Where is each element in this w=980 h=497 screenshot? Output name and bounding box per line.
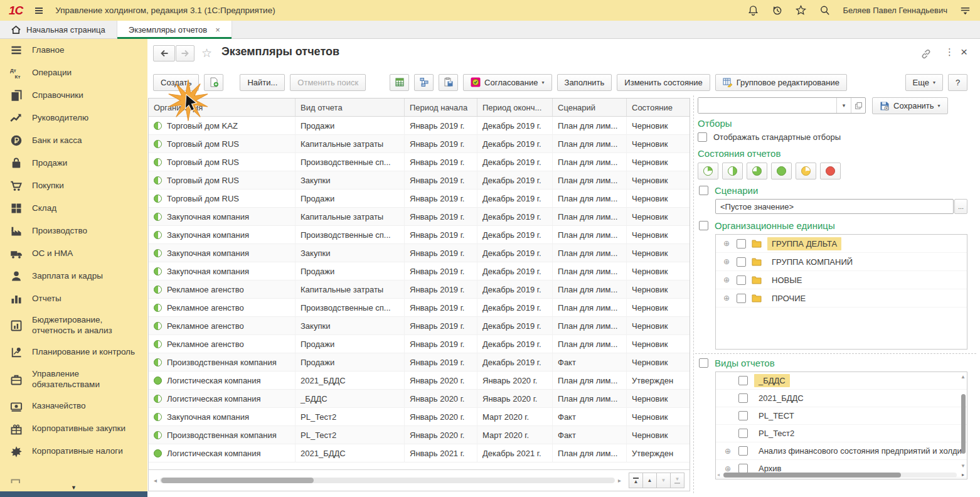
sidebar-item[interactable]: Корпоративные закупки <box>0 418 147 441</box>
table-row[interactable]: Производственная компания PL_Тест2 Январ… <box>149 426 690 444</box>
table-row[interactable]: Закупочная компания Капитальные затраты … <box>149 208 690 226</box>
checkbox[interactable] <box>698 132 707 142</box>
back-button[interactable] <box>153 45 175 61</box>
sidebar-item[interactable]: Корпоративные налоги <box>0 441 147 463</box>
report-kind-row[interactable]: ⊕ _БДДС <box>716 372 967 390</box>
sidebar-item[interactable]: ОС и НМА <box>0 242 147 265</box>
filter-preset-input[interactable] <box>698 98 836 113</box>
checkbox[interactable] <box>738 411 748 420</box>
scroll-left-icon[interactable]: ◂ <box>154 477 157 484</box>
state-filter-button[interactable] <box>820 163 841 179</box>
sidebar-item[interactable]: Покупки <box>0 174 147 197</box>
sidebar-item[interactable]: Продажи <box>0 152 147 174</box>
state-filter-button[interactable] <box>698 163 718 179</box>
close-form-icon[interactable]: × <box>961 45 967 59</box>
scroll-right-icon[interactable]: ▸ <box>962 472 964 478</box>
table-row[interactable]: Рекламное агенство Продажи Январь 2019 г… <box>149 335 690 353</box>
kebab-menu-icon[interactable]: ⋮ <box>945 46 954 58</box>
scenario-value-field[interactable]: <Пустое значение> <box>715 199 954 214</box>
hscroll-thumb[interactable] <box>161 478 314 483</box>
approval-button[interactable]: Согласование▾ <box>463 74 551 91</box>
column-header[interactable]: Сценарий <box>553 99 627 116</box>
sidebar-scroll-more[interactable]: ▼ <box>0 483 147 492</box>
tab-report-instances[interactable]: Экземпляры отчетов × <box>117 21 232 39</box>
checkbox[interactable] <box>738 429 748 438</box>
checkbox[interactable] <box>738 446 748 456</box>
table-row[interactable]: Закупочная компания Производственные сп.… <box>149 226 690 244</box>
main-menu-icon[interactable] <box>33 6 45 16</box>
table-row[interactable]: Рекламное агенство Капитальные затраты Я… <box>149 281 690 299</box>
scenarios-checkbox[interactable] <box>699 186 708 195</box>
copy-to-clipboard-button[interactable] <box>439 74 458 91</box>
sidebar-item[interactable]: Планирование и контроль <box>0 341 147 364</box>
column-header[interactable]: Вид отчета <box>296 99 405 116</box>
sidebar-item[interactable]: Главное <box>0 39 147 61</box>
column-header[interactable]: Организация <box>149 99 296 116</box>
expand-icon[interactable]: ⊕ <box>723 447 732 456</box>
report-kind-row[interactable]: ⊕ PL_ТЕСТ <box>716 407 967 425</box>
checkbox[interactable] <box>738 376 748 385</box>
hscroll-track[interactable] <box>723 473 957 478</box>
save-filters-button[interactable]: Сохранить▾ <box>872 97 948 114</box>
sidebar-item[interactable]: Производство <box>0 220 147 242</box>
table-row[interactable]: Торговый дом RUS Производственные сп... … <box>149 153 690 171</box>
scenario-choose-button[interactable]: ... <box>954 199 967 214</box>
org-units-checkbox[interactable] <box>699 221 708 230</box>
state-filter-button[interactable] <box>796 163 816 179</box>
create-new-doc-button[interactable] <box>204 74 223 91</box>
checkbox[interactable] <box>738 464 748 473</box>
report-kind-row[interactable]: ⊕ 2021_БДДС <box>716 390 967 407</box>
search-icon[interactable] <box>819 4 831 16</box>
table-row[interactable]: Закупочная компания Продажи Январь 2019 … <box>149 262 690 281</box>
sidebar-item[interactable]: Банк и касса <box>0 129 147 152</box>
sidebar-item[interactable]: Руководителю <box>0 107 147 129</box>
get-link-icon[interactable] <box>920 48 932 60</box>
forward-button[interactable] <box>176 45 194 61</box>
go-down-button[interactable]: ▼ <box>656 473 671 488</box>
group-edit-button[interactable]: Групповое редактирование <box>715 74 847 91</box>
report-kinds-checkbox[interactable] <box>699 358 708 368</box>
service-menu-icon[interactable] <box>959 4 971 16</box>
show-standard-filters-checkbox[interactable]: Отображать стандартные отборы <box>698 132 841 142</box>
org-unit-row[interactable]: ⊕ ГРУППА ДЕЛЬТА <box>716 235 967 253</box>
table-row[interactable]: Логистическая компания _БДДС Январь 2020… <box>149 390 690 408</box>
column-header[interactable]: Период оконч... <box>477 99 553 116</box>
sidebar-item[interactable]: Отчеты <box>0 287 147 310</box>
expand-icon[interactable]: ⊕ <box>722 275 731 284</box>
sidebar-item[interactable]: Казначейство <box>0 395 147 418</box>
notifications-icon[interactable] <box>747 4 759 16</box>
vscroll-thumb[interactable] <box>961 394 966 454</box>
structure-button[interactable] <box>414 74 434 91</box>
checkbox[interactable] <box>737 257 746 267</box>
table-row[interactable]: Логистическая компания 2021_БДДС Январь … <box>149 444 690 462</box>
table-row[interactable]: Торговый дом RUS Закупки Январь 2019 г. … <box>149 171 690 190</box>
create-button[interactable]: Создать <box>153 74 199 91</box>
sidebar-item[interactable]: Склад <box>0 197 147 220</box>
report-kind-row[interactable]: ⊕ Анализ финансового состояния предприят… <box>716 442 967 460</box>
more-button[interactable]: Еще▾ <box>905 74 943 91</box>
table-row[interactable]: Рекламное агенство Закупки Январь 2019 г… <box>149 317 690 335</box>
checkbox[interactable] <box>737 275 746 285</box>
sidebar-item-clipped[interactable] <box>0 473 147 483</box>
org-unit-row[interactable]: ⊕ ПРОЧИЕ <box>716 289 967 307</box>
help-button[interactable]: ? <box>948 74 967 91</box>
table-hscrollbar[interactable]: ◂ ▸ ▲ ▲ ▼ ▼ <box>149 469 690 491</box>
chevron-down-icon[interactable]: ▾ <box>836 98 851 113</box>
checkbox[interactable] <box>738 393 748 403</box>
user-name[interactable]: Беляев Павел Геннадьевич <box>843 6 947 15</box>
column-header[interactable]: Период начала <box>405 99 477 116</box>
hscroll-track[interactable] <box>160 478 615 483</box>
table-view-button[interactable] <box>390 74 409 91</box>
table-row[interactable]: Торговый дом RUS Капитальные затраты Янв… <box>149 135 690 153</box>
expand-icon[interactable]: ⊕ <box>722 239 731 248</box>
checkbox[interactable] <box>737 239 746 248</box>
scroll-down-icon[interactable]: ▼ <box>961 463 966 469</box>
scroll-left-icon[interactable]: ◂ <box>717 472 720 478</box>
state-filter-button[interactable] <box>722 163 743 179</box>
go-top-button[interactable]: ▲ <box>629 473 643 488</box>
favorites-icon[interactable] <box>795 4 807 16</box>
org-unit-row[interactable]: ⊕ ГРУППА КОМПАНИЙ <box>716 253 967 271</box>
sidebar-item[interactable]: Зарплата и кадры <box>0 265 147 287</box>
expand-icon[interactable]: ⊕ <box>722 257 731 266</box>
open-window-icon[interactable] <box>851 98 865 113</box>
